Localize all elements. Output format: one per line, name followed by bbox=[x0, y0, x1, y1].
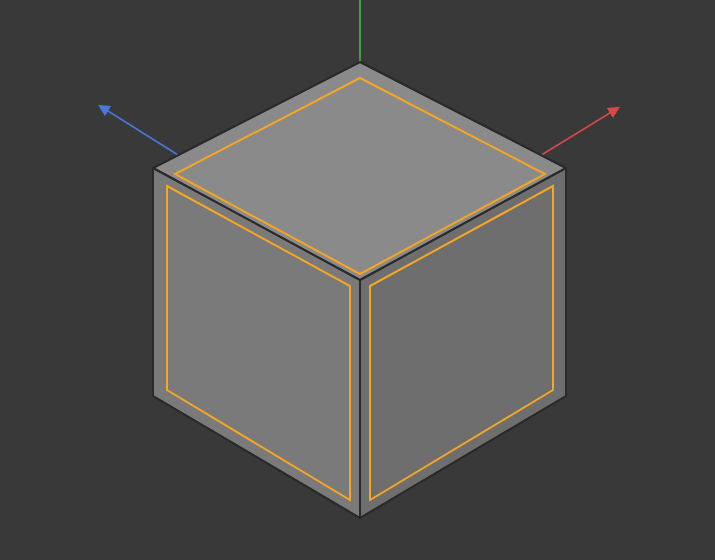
axis-y bbox=[100, 106, 186, 160]
viewport-canvas[interactable] bbox=[0, 0, 715, 560]
3d-viewport[interactable] bbox=[0, 0, 715, 560]
axis-x bbox=[530, 108, 618, 162]
